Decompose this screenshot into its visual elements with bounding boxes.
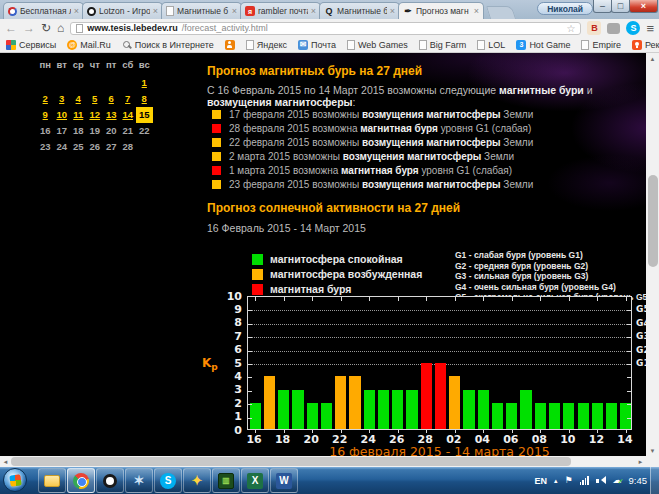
scroll-right-icon[interactable]: ► bbox=[635, 456, 646, 467]
browser-tab[interactable]: Бесплатная л× bbox=[3, 2, 84, 19]
browser-tab[interactable]: Магнитные б× bbox=[161, 2, 242, 19]
tab-title: Прогноз магн bbox=[416, 6, 471, 16]
envelope-icon: ✉ bbox=[298, 40, 308, 50]
reload-icon[interactable]: ↻ bbox=[41, 22, 51, 34]
x-axis-label: 04 bbox=[470, 433, 494, 446]
x-tick bbox=[626, 297, 627, 301]
bookmark-item[interactable]: LOL bbox=[477, 40, 505, 50]
tab-title: Lotzon - Игро bbox=[99, 6, 150, 16]
x-axis-label: 06 bbox=[499, 433, 523, 446]
back-icon[interactable]: ← bbox=[5, 22, 17, 34]
cloud-check-icon: ✓ bbox=[618, 477, 624, 486]
cloud-sync-icon[interactable]: ☁✓ bbox=[613, 476, 622, 485]
horizontal-scrollbar[interactable]: ◄ ► bbox=[0, 456, 646, 467]
page-icon bbox=[166, 6, 174, 16]
tab-title: Магнитные б bbox=[177, 6, 229, 16]
taskbar-button-explorer[interactable] bbox=[38, 468, 66, 493]
skype-extension-icon[interactable]: S bbox=[626, 21, 640, 35]
horizontal-scroll-thumb[interactable] bbox=[11, 457, 571, 466]
browser-tab[interactable]: QМагнитные б× bbox=[319, 2, 400, 19]
bookmark-item[interactable] bbox=[225, 40, 235, 50]
kp-bar bbox=[506, 403, 517, 429]
scrollbar-corner bbox=[646, 456, 659, 467]
bookmark-item[interactable]: 3Hot Game bbox=[516, 40, 570, 50]
page-icon bbox=[76, 24, 83, 33]
taskbar-button-opera[interactable] bbox=[96, 468, 124, 493]
kp-bar bbox=[435, 363, 446, 429]
vertical-scroll-thumb[interactable] bbox=[648, 175, 658, 267]
forward-icon[interactable]: → bbox=[23, 22, 35, 34]
bookmark-star-icon[interactable]: ☆ bbox=[566, 23, 575, 34]
opera-icon bbox=[87, 7, 96, 16]
opera-icon bbox=[103, 474, 117, 488]
scroll-left-icon[interactable]: ◄ bbox=[0, 456, 11, 467]
scroll-down-icon[interactable]: ▼ bbox=[646, 445, 659, 456]
tab-close-icon[interactable]: × bbox=[153, 7, 158, 16]
menu-icon[interactable]: ≡ bbox=[646, 21, 654, 36]
show-desktop-button[interactable] bbox=[650, 467, 659, 494]
tab-close-icon[interactable]: × bbox=[474, 7, 479, 16]
bookmark-item[interactable]: ✉Почта bbox=[298, 40, 336, 50]
volume-icon[interactable] bbox=[596, 476, 606, 485]
kp-bar bbox=[421, 363, 432, 429]
minimize-button[interactable]: – bbox=[593, 0, 612, 13]
bookmark-item[interactable]: Сервисы bbox=[6, 40, 56, 50]
bookmark-item[interactable]: @Mail.Ru bbox=[67, 40, 111, 50]
scroll-up-icon[interactable]: ▲ bbox=[646, 53, 659, 64]
apps-icon bbox=[6, 40, 16, 50]
bookmark-item[interactable]: Big Farm bbox=[419, 40, 467, 50]
kp-bar bbox=[349, 376, 360, 429]
taskbar-button-chrome[interactable] bbox=[67, 468, 95, 493]
bookmark-item[interactable]: Empire bbox=[581, 40, 621, 50]
start-button[interactable] bbox=[3, 468, 27, 492]
y-tick bbox=[248, 324, 252, 325]
hidden-icons-arrow[interactable]: ▴ bbox=[554, 476, 558, 485]
tab-close-icon[interactable]: × bbox=[232, 7, 237, 16]
vertical-scrollbar[interactable]: ▲ ▼ bbox=[646, 53, 659, 456]
gridline bbox=[248, 337, 631, 338]
browser-tab[interactable]: Lotzon - Игро× bbox=[82, 2, 163, 19]
tab-close-icon[interactable]: × bbox=[311, 7, 316, 16]
y-tick bbox=[248, 404, 252, 405]
extension-b-icon[interactable]: B bbox=[587, 21, 601, 35]
bookmark-item[interactable]: Рекомендуемые уз... bbox=[632, 40, 659, 50]
close-button[interactable]: × bbox=[629, 0, 658, 13]
browser-tab[interactable]: яrambler почта× bbox=[240, 2, 321, 19]
language-indicator[interactable]: EN bbox=[534, 476, 547, 486]
new-tab-button[interactable] bbox=[486, 6, 516, 19]
maximize-button[interactable]: □ bbox=[611, 0, 630, 13]
home-icon[interactable]: ⌂ bbox=[57, 22, 64, 34]
taskbar-button-skype[interactable]: S bbox=[154, 468, 182, 493]
clock[interactable]: 9:45 bbox=[629, 475, 648, 486]
bookmark-item[interactable]: Яндекс bbox=[246, 40, 287, 50]
taskbar-button-msn[interactable]: ✶ bbox=[125, 468, 153, 493]
x-tick bbox=[426, 297, 427, 301]
game1-icon: ✦ bbox=[189, 473, 205, 489]
bookmark-label: Почта bbox=[311, 40, 336, 50]
taskbar-button-game1[interactable]: ✦ bbox=[183, 468, 211, 493]
bookmark-item[interactable]: Web Games bbox=[347, 40, 408, 50]
y-tick bbox=[627, 351, 631, 352]
bookmark-item[interactable]: Поиск в Интернете bbox=[122, 40, 214, 50]
extension-bubble-icon[interactable] bbox=[607, 23, 620, 34]
browser-profile-button[interactable]: Николай bbox=[537, 2, 593, 15]
tab-title: Магнитные б bbox=[337, 6, 387, 16]
address-bar[interactable]: www.tesis.lebedev.ru /forecast_activity.… bbox=[70, 22, 581, 35]
kp-bar bbox=[250, 403, 261, 429]
taskbar-button-word[interactable]: W bbox=[270, 468, 298, 493]
y-axis-label: 7 bbox=[220, 330, 242, 343]
network-icon[interactable] bbox=[580, 476, 589, 485]
y-axis-title: Kp bbox=[202, 356, 218, 372]
bookmark-label: Рекомендуемые уз... bbox=[645, 40, 659, 50]
bookmark-label: Hot Game bbox=[529, 40, 570, 50]
y-tick bbox=[627, 418, 631, 419]
tab-close-icon[interactable]: × bbox=[390, 7, 395, 16]
chart-plot-area bbox=[247, 296, 632, 430]
mailru-icon: @ bbox=[67, 40, 77, 50]
taskbar-button-game2[interactable]: ▥ bbox=[212, 468, 240, 493]
tab-close-icon[interactable]: × bbox=[74, 7, 79, 16]
browser-tab[interactable]: ✒Прогноз магн× bbox=[398, 2, 484, 19]
tabs-holder: Бесплатная л×Lotzon - Игро×Магнитные б×я… bbox=[3, 2, 482, 19]
taskbar-button-excel[interactable]: X bbox=[241, 468, 269, 493]
action-flag-icon[interactable]: ⚑ bbox=[564, 476, 572, 485]
